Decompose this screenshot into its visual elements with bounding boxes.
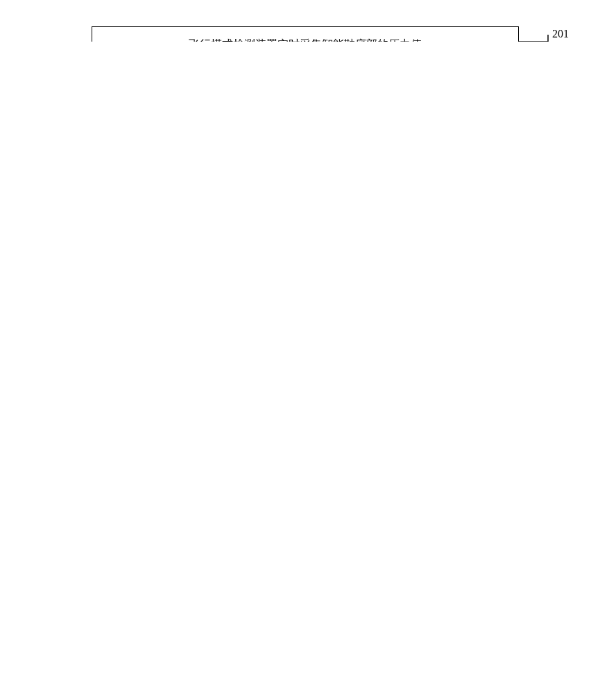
node-text: 飞行模式检测装置实时采集智能鞋底部的压力值 <box>189 36 422 42</box>
process-201: 飞行模式检测装置实时采集智能鞋底部的压力值 <box>92 26 519 42</box>
ref-201: 201 <box>552 28 569 40</box>
